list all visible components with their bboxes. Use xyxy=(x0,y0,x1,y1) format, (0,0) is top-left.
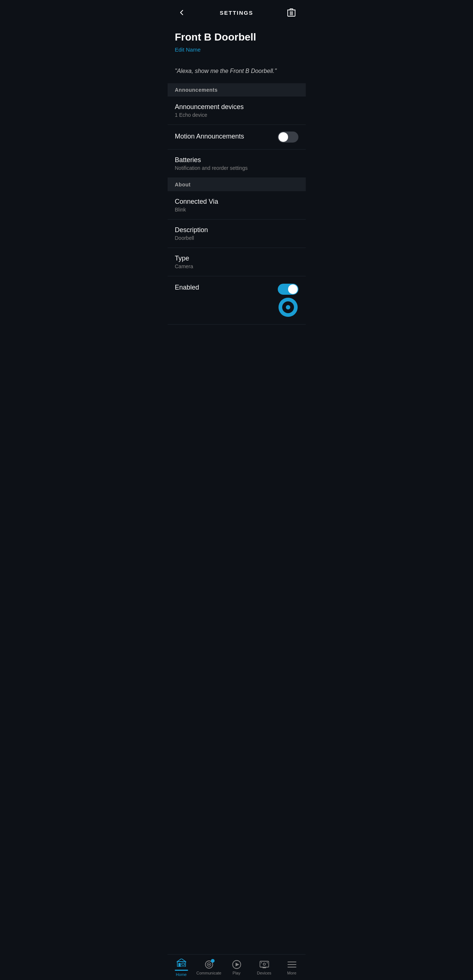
enabled-title: Enabled xyxy=(175,284,278,291)
announcement-devices-row[interactable]: Announcement devices 1 Echo device xyxy=(167,97,306,125)
description-content: Description Doorbell xyxy=(175,226,298,241)
connected-via-subtitle: Blink xyxy=(175,207,298,213)
type-content: Type Camera xyxy=(175,255,298,269)
svg-point-16 xyxy=(267,962,268,963)
devices-icon xyxy=(260,960,269,969)
announcements-section-header: Announcements xyxy=(167,83,306,97)
description-row: Description Doorbell xyxy=(167,220,306,248)
home-icon xyxy=(177,958,186,967)
motion-announcements-row[interactable]: Motion Announcements xyxy=(167,125,306,150)
batteries-title: Batteries xyxy=(175,156,298,164)
svg-point-15 xyxy=(261,962,262,963)
announcement-devices-subtitle: 1 Echo device xyxy=(175,112,298,118)
nav-label-home: Home xyxy=(176,972,186,977)
communicate-icon xyxy=(204,960,213,969)
communicate-notification-dot xyxy=(211,959,214,963)
page-title: SETTINGS xyxy=(220,10,253,16)
svg-point-14 xyxy=(263,963,265,965)
enabled-row[interactable]: Enabled xyxy=(167,276,306,325)
edit-name-link[interactable]: Edit Name xyxy=(175,46,201,52)
batteries-row[interactable]: Batteries Notification and reorder setti… xyxy=(167,150,306,178)
connected-via-content: Connected Via Blink xyxy=(175,198,298,213)
nav-label-more: More xyxy=(287,971,296,975)
voice-hint: "Alexa, show me the Front B Doorbell." xyxy=(167,62,306,83)
motion-announcements-title: Motion Announcements xyxy=(175,133,278,140)
motion-announcements-toggle[interactable] xyxy=(278,132,298,143)
back-button[interactable] xyxy=(175,6,188,19)
alexa-circle-icon xyxy=(279,298,298,317)
announcement-devices-title: Announcement devices xyxy=(175,103,298,111)
enabled-toggle[interactable] xyxy=(278,284,298,295)
svg-point-10 xyxy=(208,964,210,965)
header: SETTINGS xyxy=(167,0,306,24)
enabled-content: Enabled xyxy=(175,284,278,293)
enabled-toggle-knob xyxy=(288,285,298,294)
nav-label-play: Play xyxy=(233,971,240,975)
device-title: Front B Doorbell xyxy=(175,31,298,43)
play-icon xyxy=(232,960,241,969)
nav-item-communicate[interactable]: Communicate xyxy=(195,955,223,977)
type-title: Type xyxy=(175,255,298,262)
svg-rect-7 xyxy=(182,963,184,965)
nav-item-more[interactable]: More xyxy=(278,955,306,977)
home-active-indicator xyxy=(175,970,188,971)
connected-via-title: Connected Via xyxy=(175,198,298,205)
bottom-nav: Home Communicate Play xyxy=(167,954,306,980)
enabled-toggle-container xyxy=(278,284,298,317)
type-row: Type Camera xyxy=(167,248,306,276)
bottom-spacer xyxy=(167,325,306,354)
description-subtitle: Doorbell xyxy=(175,235,298,241)
alexa-inner xyxy=(282,301,294,313)
more-icon xyxy=(287,960,296,969)
svg-rect-6 xyxy=(178,963,180,967)
batteries-subtitle: Notification and reorder settings xyxy=(175,165,298,171)
svg-marker-12 xyxy=(236,963,239,966)
nav-label-devices: Devices xyxy=(257,971,271,975)
nav-item-devices[interactable]: Devices xyxy=(250,955,278,977)
connected-via-row: Connected Via Blink xyxy=(167,191,306,220)
nav-item-play[interactable]: Play xyxy=(223,955,250,977)
type-subtitle: Camera xyxy=(175,263,298,269)
announcement-devices-content: Announcement devices 1 Echo device xyxy=(175,103,298,118)
batteries-content: Batteries Notification and reorder setti… xyxy=(175,156,298,171)
alexa-dot xyxy=(286,305,290,309)
motion-announcements-content: Motion Announcements xyxy=(175,133,278,142)
svg-rect-13 xyxy=(260,961,269,967)
device-name-section: Front B Doorbell Edit Name xyxy=(167,24,306,62)
about-section-header: About xyxy=(167,178,306,191)
delete-button[interactable] xyxy=(285,6,298,19)
nav-item-home[interactable]: Home xyxy=(167,955,195,977)
motion-announcements-knob xyxy=(279,132,288,142)
nav-label-communicate: Communicate xyxy=(196,971,221,975)
description-title: Description xyxy=(175,226,298,234)
